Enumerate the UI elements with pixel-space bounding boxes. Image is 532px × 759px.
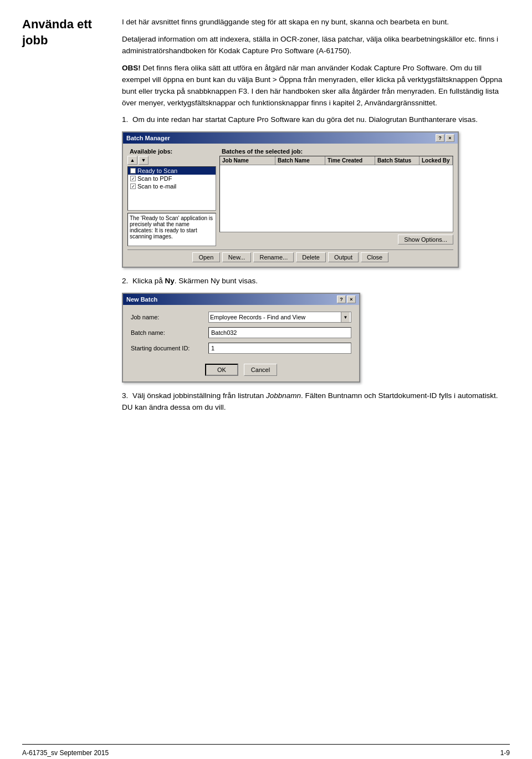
job-name-input-area: Employee Records - Find and View ▼ — [208, 312, 351, 323]
footer: A-61735_sv September 2015 1-9 — [22, 747, 510, 759]
intro-para-2: Detaljerad information om att indexera, … — [122, 34, 510, 57]
obs-text: Det finns flera olika sätt att utföra en… — [122, 64, 502, 107]
step-2-text: 2. Klicka på Ny. Skärmen Ny bunt visas. — [122, 276, 510, 287]
left-column: Använda ett jobb — [22, 17, 111, 733]
batch-manager-buttons: Open New... Rename... Delete Output Clos… — [127, 249, 453, 262]
step-2-bold: Ny — [165, 277, 175, 285]
available-jobs-label: Available jobs: — [127, 147, 216, 156]
col-locked-by: Locked By — [420, 156, 453, 165]
batch-manager-body: Available jobs: ▲ ▼ ✓ Ready to Scan — [123, 144, 458, 267]
step-3-container: 3. Välj önskad jobbinställning från list… — [122, 390, 510, 414]
starting-doc-id-label: Starting document ID: — [131, 345, 208, 352]
batch-manager-dialog-container: Batch Manager ? × — [122, 131, 510, 268]
job-name-label: Job name: — [131, 314, 208, 320]
chapter-title: Använda ett jobb — [22, 17, 111, 48]
page-container: Använda ett jobb I det här avsnittet fin… — [0, 0, 532, 759]
new-button[interactable]: New... — [222, 252, 252, 262]
batch-name-row: Batch name: — [131, 327, 351, 338]
nb-titlebar-buttons: ? × — [337, 296, 356, 303]
batches-table: Job Name Batch Name Time Created Batch S… — [219, 156, 453, 232]
dropdown-arrow-icon[interactable]: ▼ — [341, 312, 350, 322]
step-2-text2: . Skärmen Ny bunt visas. — [175, 277, 258, 285]
step-3-text1: Välj önskad jobbinställning från listrut… — [132, 391, 266, 400]
step-3-italic: Jobbnamn — [266, 391, 301, 400]
col-job-name: Job Name — [220, 156, 275, 165]
job-name-value: Employee Records - Find and View — [210, 314, 305, 320]
output-button[interactable]: Output — [328, 252, 359, 262]
col-batch-name: Batch Name — [275, 156, 325, 165]
batch-manager-dialog: Batch Manager ? × — [122, 131, 459, 268]
obs-label: OBS! — [122, 64, 141, 72]
step-2-num: 2. — [122, 276, 128, 287]
new-batch-dialog: New Batch ? × Job name: — [122, 293, 360, 383]
batches-panel: Batches of the selected job: Job Name Ba… — [219, 147, 453, 246]
available-jobs-panel: Available jobs: ▲ ▼ ✓ Ready to Scan — [127, 147, 216, 246]
new-batch-dialog-container: New Batch ? × Job name: — [122, 293, 510, 383]
close-button[interactable]: × — [446, 134, 454, 142]
ok-button[interactable]: OK — [205, 364, 238, 376]
step-2-text1: Klicka på — [132, 277, 165, 285]
step-1-body: Om du inte redan har startat Capture Pro… — [132, 115, 478, 124]
open-button[interactable]: Open — [192, 252, 220, 262]
panels-row: Available jobs: ▲ ▼ ✓ Ready to Scan — [127, 147, 453, 246]
job-name-pdf: Scan to PDF — [137, 175, 172, 182]
batch-name-label: Batch name: — [131, 329, 208, 336]
batches-label: Batches of the selected job: — [219, 147, 453, 156]
jobs-listbox[interactable]: ✓ Ready to Scan ✓ Scan to PDF — [127, 166, 216, 211]
checkbox[interactable]: ✓ — [130, 176, 136, 181]
list-item[interactable]: ✓ Scan to PDF — [128, 175, 216, 182]
new-batch-title: New Batch — [126, 296, 157, 303]
right-column: I det här avsnittet finns grundläggande … — [111, 17, 510, 733]
job-name-email: Scan to e-mail — [137, 183, 176, 190]
table-body — [220, 165, 453, 232]
starting-doc-id-input-area — [208, 343, 351, 354]
starting-doc-id-row: Starting document ID: — [131, 343, 351, 354]
show-options-row: Show Options... — [219, 235, 453, 244]
list-toolbar: ▲ ▼ — [127, 156, 216, 165]
rename-button[interactable]: Rename... — [253, 252, 294, 262]
list-item[interactable]: ✓ Ready to Scan — [128, 167, 216, 175]
job-name-ready: Ready to Scan — [137, 167, 177, 174]
help-button[interactable]: ? — [436, 134, 444, 142]
job-name-dropdown[interactable]: Employee Records - Find and View ▼ — [208, 312, 351, 323]
job-description: The 'Ready to Scan' application is preci… — [127, 213, 216, 246]
step-1-text: 1. Om du inte redan har startat Capture … — [122, 114, 510, 126]
move-down-button[interactable]: ▼ — [139, 156, 149, 165]
nb-close-button[interactable]: × — [347, 296, 356, 303]
new-batch-body: Job name: Employee Records - Find and Vi… — [123, 305, 359, 381]
batch-name-input-area — [208, 327, 351, 338]
nb-help-button[interactable]: ? — [337, 296, 346, 303]
checkbox[interactable]: ✓ — [130, 168, 136, 174]
titlebar-buttons: ? × — [436, 134, 454, 142]
move-up-button[interactable]: ▲ — [127, 156, 137, 165]
step-3-num: 3. — [122, 390, 128, 402]
step-1-num: 1. — [122, 114, 128, 126]
job-name-row: Job name: Employee Records - Find and Vi… — [131, 312, 351, 323]
table-header-row: Job Name Batch Name Time Created Batch S… — [220, 156, 453, 165]
batch-manager-title: Batch Manager — [126, 135, 170, 141]
new-batch-buttons: OK Cancel — [131, 359, 351, 376]
step-3-text: 3. Välj önskad jobbinställning från list… — [122, 390, 510, 414]
delete-button[interactable]: Delete — [296, 252, 326, 262]
step-1-container: 1. Om du inte redan har startat Capture … — [122, 114, 510, 268]
intro-para-1: I det här avsnittet finns grundläggande … — [122, 17, 510, 28]
step-2-container: 2. Klicka på Ny. Skärmen Ny bunt visas. … — [122, 276, 510, 383]
checkbox[interactable]: ✓ — [130, 184, 136, 189]
starting-doc-id-input[interactable] — [208, 343, 351, 354]
show-options-button[interactable]: Show Options... — [398, 235, 453, 244]
footer-right: 1-9 — [500, 749, 510, 757]
content-area: Använda ett jobb I det här avsnittet fin… — [0, 0, 532, 744]
footer-divider — [22, 744, 510, 745]
footer-left: A-61735_sv September 2015 — [22, 749, 109, 757]
close-dialog-button[interactable]: Close — [361, 252, 388, 262]
batch-manager-titlebar: Batch Manager ? × — [123, 133, 458, 144]
col-time-created: Time Created — [325, 156, 375, 165]
cancel-button[interactable]: Cancel — [244, 364, 277, 376]
new-batch-titlebar: New Batch ? × — [123, 294, 359, 305]
obs-paragraph: OBS! Det finns flera olika sätt att utfö… — [122, 63, 510, 109]
col-batch-status: Batch Status — [375, 156, 420, 165]
list-item[interactable]: ✓ Scan to e-mail — [128, 182, 216, 190]
batch-name-input[interactable] — [208, 327, 351, 338]
